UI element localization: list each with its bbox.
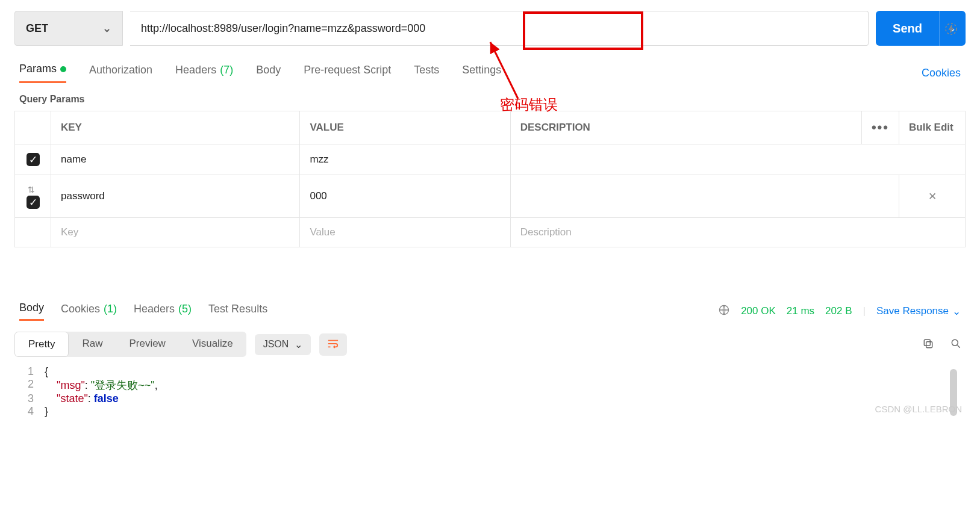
svg-point-0 [946, 23, 957, 34]
http-method-label: GET [26, 22, 48, 35]
wrap-lines-button[interactable] [319, 333, 347, 356]
tab-params[interactable]: Params [19, 63, 66, 83]
checkbox[interactable]: ✓ [27, 153, 40, 166]
url-input[interactable]: http://localhost:8989/user/login?name=mz… [130, 11, 869, 46]
checkbox[interactable]: ✓ [27, 196, 40, 209]
tab-authorization[interactable]: Authorization [89, 64, 152, 82]
resp-tab-cookies[interactable]: Cookies (1) [61, 303, 117, 320]
svg-rect-2 [926, 341, 932, 347]
param-key-cell[interactable]: name [51, 144, 300, 175]
response-size: 202 B [825, 305, 852, 317]
resp-tab-test-results[interactable]: Test Results [208, 303, 267, 320]
tab-body[interactable]: Body [256, 64, 281, 82]
watermark: CSDN @LL.LEBRON [875, 404, 962, 414]
param-key-input[interactable]: Key [51, 218, 300, 247]
tab-settings[interactable]: Settings [462, 64, 501, 82]
param-desc-input[interactable]: Description [510, 218, 965, 247]
response-view-bar: Pretty Raw Preview Visualize JSON ⌄ [14, 332, 966, 357]
drag-icon[interactable]: ⇅ [28, 185, 35, 194]
close-icon[interactable]: ✕ [928, 191, 937, 202]
request-tabs: Params Authorization Headers (7) Body Pr… [14, 63, 966, 83]
col-key: KEY [51, 111, 300, 144]
response-tabs: Body Cookies (1) Headers (5) Test Result… [14, 302, 966, 321]
cookies-link[interactable]: Cookies [922, 67, 961, 79]
annotation-text: 密码错误 [500, 95, 558, 114]
save-response[interactable]: Save Response ⌄ [876, 305, 961, 318]
col-description: DESCRIPTION [510, 111, 861, 144]
param-key-cell[interactable]: password [51, 175, 300, 218]
response-time: 21 ms [787, 305, 814, 317]
globe-icon[interactable] [718, 304, 730, 319]
more-icon[interactable]: ••• [872, 120, 889, 135]
chevron-down-icon: ⌄ [952, 305, 961, 318]
view-pretty[interactable]: Pretty [14, 332, 69, 357]
tab-prerequest[interactable]: Pre-request Script [304, 64, 391, 82]
chevron-down-icon: ⌄ [102, 22, 111, 35]
param-value-cell[interactable]: 000 [300, 175, 510, 218]
param-value-cell[interactable]: mzz [300, 144, 510, 175]
svg-point-4 [952, 339, 958, 345]
search-icon[interactable] [946, 334, 966, 355]
copy-icon[interactable] [919, 334, 938, 355]
col-value: VALUE [300, 111, 510, 144]
param-desc-cell[interactable] [510, 175, 899, 218]
param-value-input[interactable]: Value [300, 218, 510, 247]
dot-icon [60, 66, 66, 72]
bolt-icon[interactable] [944, 22, 958, 38]
table-row-empty: Key Value Description [15, 218, 966, 247]
bulk-edit-link[interactable]: Bulk Edit [899, 111, 966, 144]
resp-tab-body[interactable]: Body [19, 302, 44, 321]
resp-tab-headers[interactable]: Headers (5) [134, 303, 192, 320]
query-params-title: Query Params [19, 94, 966, 105]
url-text: http://localhost:8989/user/login?name=mz… [141, 22, 425, 35]
svg-rect-3 [924, 339, 930, 345]
send-button-label: Send [876, 11, 939, 46]
table-row: ✓ name mzz [15, 144, 966, 175]
tab-headers[interactable]: Headers (7) [175, 64, 233, 82]
param-desc-cell[interactable] [510, 144, 965, 175]
query-params-table: KEY VALUE DESCRIPTION ••• Bulk Edit ✓ na… [14, 111, 966, 247]
view-raw[interactable]: Raw [69, 332, 116, 357]
response-body[interactable]: 1{ 2 "msg": "登录失败~~", 3 "state": false 4… [14, 365, 966, 418]
tab-tests[interactable]: Tests [414, 64, 439, 82]
view-preview[interactable]: Preview [116, 332, 178, 357]
table-row: ⇅✓ password 000 ✕ [15, 175, 966, 218]
chevron-down-icon: ⌄ [295, 339, 302, 350]
status-code: 200 OK [741, 305, 776, 317]
format-select[interactable]: JSON ⌄ [255, 334, 311, 355]
annotation-box-url [523, 11, 643, 50]
http-method-select[interactable]: GET ⌄ [14, 11, 123, 46]
view-visualize[interactable]: Visualize [179, 332, 246, 357]
